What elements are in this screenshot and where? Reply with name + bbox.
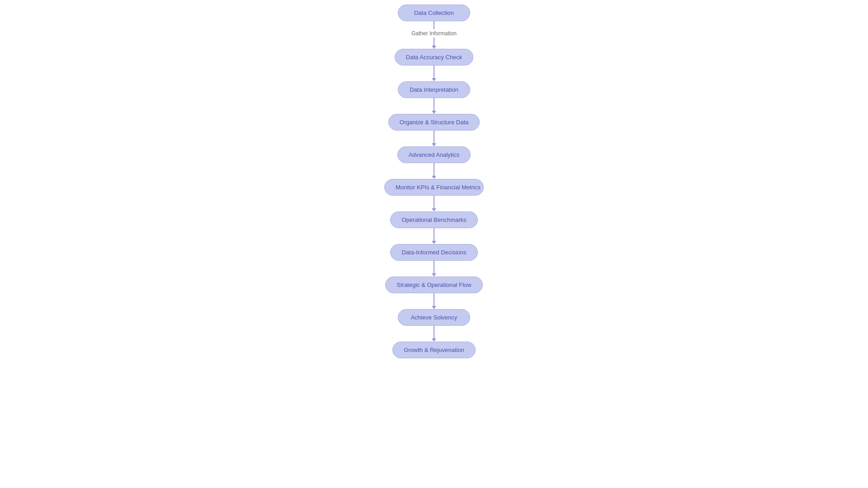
node-advanced-analytics[interactable]: Advanced Analytics [397, 146, 471, 163]
node-growth-rejuvenation[interactable]: Growth & Rejuvenation [392, 342, 476, 358]
connector-3 [432, 98, 436, 114]
arrow-9 [432, 306, 436, 309]
arrow-8 [432, 273, 436, 277]
connector-8 [432, 261, 436, 277]
arrow-5 [432, 176, 436, 179]
arrow-2 [432, 78, 436, 81]
connector-10 [432, 326, 436, 342]
connector-5 [432, 163, 436, 179]
connector-7 [432, 228, 436, 244]
arrow-10 [432, 338, 436, 342]
arrow-7 [432, 241, 436, 244]
node-organize-structure[interactable]: Organize & Structure Data [388, 114, 480, 131]
arrow-4 [432, 143, 436, 146]
node-data-informed-decisions[interactable]: Data-Informed Decisions [390, 244, 477, 261]
connector-4 [432, 131, 436, 146]
node-achieve-solvency[interactable]: Achieve Solvency [398, 309, 470, 326]
connector-9 [432, 293, 436, 309]
node-strategic-operational-flow[interactable]: Strategic & Operational Flow [385, 277, 482, 293]
connector-1: Gather Information [411, 21, 457, 49]
arrow-3 [432, 111, 436, 114]
node-data-accuracy-check[interactable]: Data Accuracy Check [395, 49, 473, 66]
flowchart-container: Data Collection Gather Information Data … [0, 0, 868, 488]
arrow-6 [432, 208, 436, 211]
node-monitor-kpis[interactable]: Monitor KPIs & Financial Metrics [384, 179, 484, 196]
connector-2 [432, 66, 436, 81]
node-data-collection[interactable]: Data Collection [398, 5, 470, 21]
node-data-interpretation[interactable]: Data Interpretation [398, 81, 470, 98]
connector-label-1: Gather Information [411, 30, 457, 37]
node-operational-benchmarks[interactable]: Operational Benchmarks [390, 211, 477, 228]
connector-6 [432, 196, 436, 211]
arrow-1 [432, 46, 436, 49]
